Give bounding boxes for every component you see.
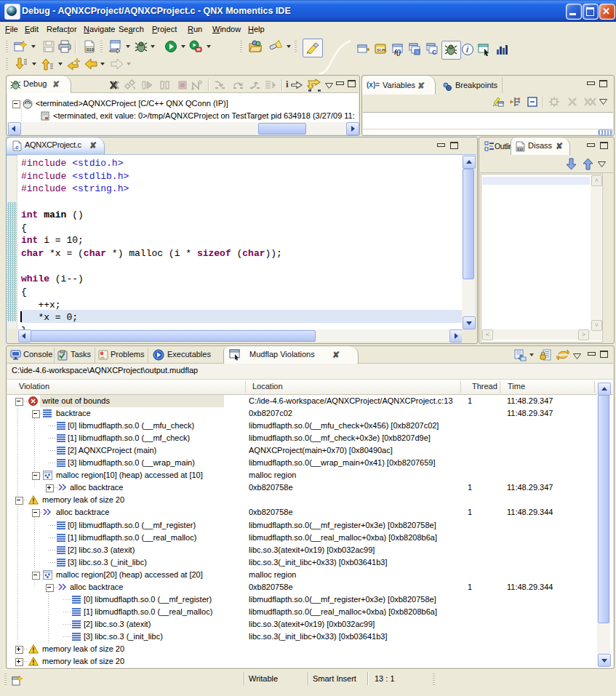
svg-text:C: C — [432, 49, 437, 56]
svg-text:010: 010 — [518, 148, 524, 151]
svg-text:010: 010 — [87, 47, 95, 52]
svg-text:SUN: SUN — [377, 48, 386, 52]
svg-text:.c: .c — [14, 144, 19, 151]
svg-text:f(): f() — [394, 49, 401, 56]
